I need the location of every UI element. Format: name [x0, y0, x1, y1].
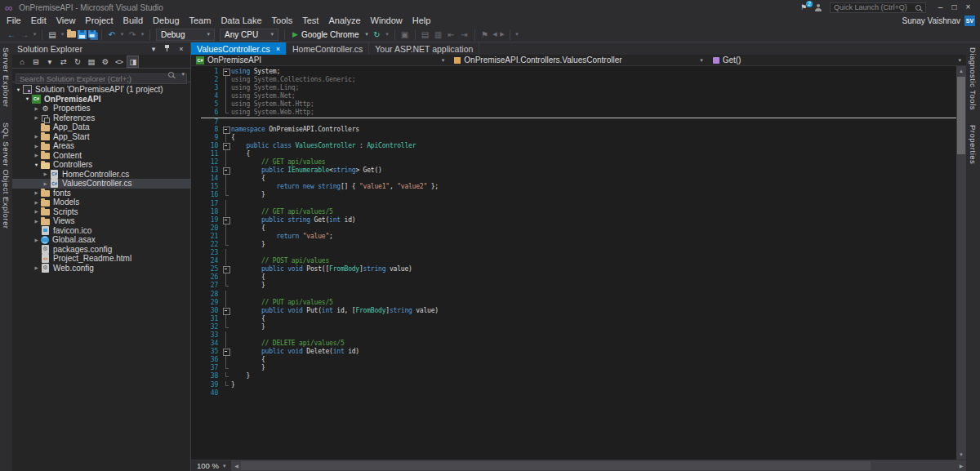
feedback-icon[interactable] — [814, 4, 822, 11]
save-icon[interactable] — [78, 30, 87, 39]
code-line[interactable]: 22 } — [201, 241, 956, 249]
menu-view[interactable]: View — [51, 15, 81, 27]
scrollbar-thumb[interactable] — [241, 461, 870, 470]
scroll-right-icon[interactable]: ▶ — [956, 463, 966, 469]
tree-item-favicon-ico[interactable]: favicon.ico — [12, 226, 190, 236]
menu-project[interactable]: Project — [80, 15, 118, 27]
undo-icon[interactable]: ↶ — [106, 29, 118, 41]
zoom-control[interactable]: 100 % ▾ — [191, 460, 231, 471]
chevron-down-icon[interactable]: ▾ — [181, 71, 185, 78]
expand-arrow-icon[interactable]: ▼ — [15, 87, 22, 92]
scroll-up-icon[interactable]: ▲ — [956, 66, 966, 76]
collapse-region-icon[interactable] — [222, 307, 231, 315]
code-line[interactable]: 11 { — [201, 150, 956, 158]
code-line[interactable]: 10 public class ValuesController : ApiCo… — [201, 142, 956, 150]
code-line[interactable]: 6using System.Web.Http; — [201, 109, 956, 117]
toolbar-options-icon[interactable]: ▾ — [514, 29, 520, 41]
code-line[interactable]: 13 public IEnumerable<string> Get() — [201, 167, 956, 175]
expand-arrow-icon[interactable]: ▶ — [33, 238, 40, 242]
preview-selected-icon[interactable]: ◨ — [127, 56, 139, 68]
code-line[interactable]: 5using System.Net.Http; — [201, 100, 956, 109]
collapse-region-icon[interactable] — [222, 348, 231, 356]
run-dropdown-icon[interactable]: ▾ — [364, 29, 370, 41]
code-line[interactable]: 1using System; — [201, 68, 956, 76]
tab-valuescontroller-cs[interactable]: ValuesController.cs× — [191, 42, 287, 55]
search-input[interactable] — [16, 73, 187, 84]
redo-icon[interactable]: ↷ — [127, 29, 138, 41]
code-line[interactable]: 24 // POST api/values — [201, 257, 956, 265]
vertical-scrollbar[interactable]: ▲ ▼ — [956, 66, 966, 460]
tool-tab-server-explorer[interactable]: Server Explorer — [2, 47, 11, 108]
tool-tab-sql-server-object-explorer[interactable]: SQL Server Object Explorer — [2, 122, 11, 229]
tree-item-properties[interactable]: ▶Properties — [12, 104, 190, 113]
expand-arrow-icon[interactable]: ▶ — [33, 265, 40, 270]
code-line[interactable]: 35 public void Delete(int id) — [201, 348, 956, 356]
expand-arrow-icon[interactable]: ▶ — [42, 171, 49, 176]
menu-test[interactable]: Test — [297, 15, 323, 27]
code-line[interactable]: 31 { — [201, 315, 956, 323]
collapse-region-icon[interactable] — [222, 68, 231, 76]
collapse-region-icon[interactable] — [222, 216, 231, 224]
tree-item-scripts[interactable]: ▶Scripts — [12, 207, 190, 217]
close-icon[interactable]: × — [177, 45, 185, 53]
scroll-left-icon[interactable]: ◀ — [231, 463, 241, 469]
expand-arrow-icon[interactable]: ▼ — [24, 96, 31, 101]
expand-arrow-icon[interactable]: ▶ — [33, 134, 40, 139]
tree-item-web-config[interactable]: ▶Web.config — [12, 264, 190, 273]
code-line[interactable]: 21 return "value"; — [201, 233, 956, 241]
tree-item-models[interactable]: ▶Models — [12, 198, 190, 207]
save-all-icon[interactable] — [88, 29, 96, 37]
notifications-icon[interactable]: ⚑2 — [800, 3, 807, 11]
code-line[interactable]: 30 public void Put(int id, [FromBody]str… — [201, 307, 956, 315]
code-line[interactable]: 32 } — [201, 323, 956, 331]
menu-build[interactable]: Build — [118, 15, 148, 27]
menu-team[interactable]: Team — [185, 15, 216, 27]
code-line[interactable]: 15 return new string[] { "value1", "valu… — [201, 183, 956, 191]
code-line[interactable]: 33 — [201, 331, 956, 340]
collapse-region-icon[interactable] — [222, 265, 231, 273]
increase-indent-icon[interactable]: ⇥ — [459, 29, 470, 41]
code-line[interactable]: 40 — [201, 389, 956, 398]
collapse-all-icon[interactable]: ⊟ — [29, 56, 42, 68]
type-dropdown[interactable]: OnPremiseAPI.Controllers.ValuesControlle… — [449, 55, 707, 65]
code-line[interactable]: 23 — [201, 249, 956, 257]
sync-icon[interactable]: ⇄ — [57, 56, 69, 68]
tree-item-valuescontroller-cs[interactable]: ▶ValuesController.cs — [12, 179, 190, 189]
find-in-files-icon[interactable]: ▣ — [399, 29, 411, 41]
uncomment-icon[interactable]: ▥ — [433, 29, 444, 41]
tree-item-app-start[interactable]: ▶App_Start — [12, 132, 190, 142]
code-line[interactable]: 20 { — [201, 224, 956, 233]
expand-arrow-icon[interactable]: ▼ — [33, 162, 40, 167]
code-line[interactable]: 8namespace OnPremiseAPI.Controllers — [201, 126, 956, 134]
close-button[interactable]: × — [961, 1, 975, 14]
expand-arrow-icon[interactable]: ▶ — [33, 209, 40, 214]
window-position-icon[interactable]: ▾ — [149, 45, 158, 53]
code-line[interactable]: 3using System.Linq; — [201, 84, 956, 92]
toggle-bookmark-icon[interactable]: ⚑ — [479, 29, 491, 41]
properties-icon[interactable]: ⚙ — [99, 56, 111, 68]
code-line[interactable]: 34 // DELETE api/values/5 — [201, 340, 956, 348]
configuration-dropdown[interactable]: Debug▾ — [156, 29, 215, 41]
code-line[interactable]: 29 // PUT api/values/5 — [201, 299, 956, 307]
code-line[interactable]: 12 // GET api/values — [201, 158, 956, 167]
previous-bookmark-icon[interactable]: ◀ — [492, 29, 498, 41]
scope-dropdown-icon[interactable]: ▾ — [43, 56, 56, 68]
menu-debug[interactable]: Debug — [148, 15, 184, 27]
comment-icon[interactable]: ▤ — [420, 29, 431, 41]
tree-item-onpremiseapi[interactable]: ▼OnPremiseAPI — [12, 95, 190, 104]
new-file-icon[interactable]: ▤ — [47, 29, 58, 41]
tool-tab-diagnostic-tools[interactable]: Diagnostic Tools — [969, 47, 978, 110]
pin-icon[interactable] — [163, 45, 172, 53]
expand-arrow-icon[interactable]: ▶ — [33, 219, 40, 224]
menu-window[interactable]: Window — [366, 15, 408, 27]
code-line[interactable]: 37 } — [201, 364, 956, 372]
tree-item-global-asax[interactable]: ▶Global.asax — [12, 235, 190, 245]
maximize-button[interactable]: □ — [947, 1, 961, 14]
platform-dropdown[interactable]: Any CPU▾ — [220, 29, 278, 41]
browser-link-dropdown-icon[interactable]: ▾ — [385, 29, 390, 41]
navigation-dropdown-icon[interactable]: ▾ — [32, 29, 38, 41]
code-line[interactable]: 9{ — [201, 134, 956, 142]
code-line[interactable]: 36 { — [201, 356, 956, 364]
code-line[interactable]: 39} — [201, 381, 956, 389]
code-line[interactable]: 19 public string Get(int id) — [201, 216, 956, 224]
